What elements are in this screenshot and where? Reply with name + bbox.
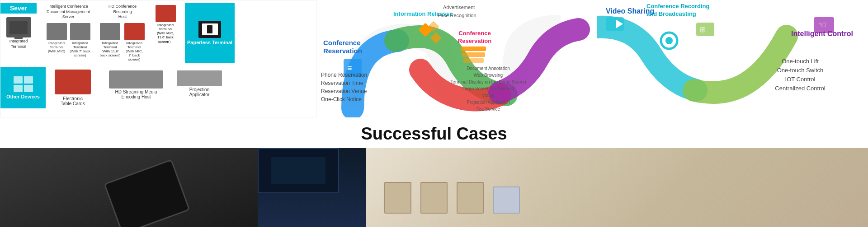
successful-cases-title: Successful Cases [0, 124, 868, 144]
svg-text:Advertisement: Advertisement [443, 5, 475, 10]
page-wrapper: Sever IntegratedTerminal Intelligent Con… [0, 0, 868, 227]
paperless-screen-icon [198, 21, 221, 38]
svg-text:Conference Recording: Conference Recording [646, 3, 709, 9]
device-icon-4 [24, 85, 33, 92]
terminal-mic7-icon [124, 23, 145, 40]
terminal-mic116-icon [156, 5, 176, 22]
terminal-mic7-label: IntegratedTerminal(With MIC,7' back scre… [123, 41, 146, 61]
diagram-svg: Conference Reservation ≡ Information Rel… [316, 0, 597, 117]
sever-badge: Sever [0, 3, 37, 14]
tv-screen [493, 186, 520, 214]
proj-icon [177, 70, 222, 86]
svg-text:Reservation Venue: Reservation Venue [321, 88, 367, 94]
paperless-label: Paperless Terminal [187, 40, 232, 45]
other-devices-icons [14, 76, 33, 92]
svg-text:IOT Control: IOT Control [785, 76, 816, 83]
terminal-mic116-label: IntegratedTerminal(With MIC,11.6' backsc… [157, 23, 174, 44]
terminal-7back-label: IntegratedTerminal(With 7' backscreen) [70, 41, 90, 57]
svg-text:Phone Reservation: Phone Reservation [321, 72, 367, 78]
left-block: Sever IntegratedTerminal Intelligent Con… [0, 0, 316, 117]
terminal-7back-icon [70, 23, 90, 40]
table-card-icon [55, 70, 91, 94]
svg-text:☜: ☜ [818, 20, 826, 30]
proj-label: ProjectionApplicator [189, 87, 209, 97]
integrated-terminal-icon [6, 17, 31, 37]
conference-room-bg [366, 148, 868, 227]
terminal-mic-label: IntegratedTerminal(With MIC) [48, 41, 65, 53]
svg-text:⊞: ⊞ [700, 26, 706, 33]
paperless-terminal: Paperless Terminal [185, 3, 235, 63]
table-cards-label: ElectronicTable Cards [61, 96, 85, 106]
svg-text:Reservation: Reservation [323, 47, 362, 55]
hd-recording-label: HD Conference RecordingHost [99, 4, 146, 20]
case-image-right [366, 148, 868, 227]
svg-text:One-touch Lift: One-touch Lift [782, 58, 819, 65]
svg-text:Web Browsing: Web Browsing [474, 73, 503, 78]
svg-text:≡: ≡ [347, 64, 352, 73]
svg-text:Face Recognition: Face Recognition [438, 13, 476, 18]
terminal-mic-icon [47, 23, 67, 40]
sever-column: Sever IntegratedTerminal [0, 3, 37, 63]
svg-text:Conference: Conference [323, 39, 361, 47]
case-image-left [0, 148, 258, 227]
encoding-icon [109, 70, 163, 89]
monitor-1 [384, 182, 411, 214]
device-icon-3 [14, 85, 23, 92]
successful-cases-section: Successful Cases [0, 117, 868, 148]
svg-text:Document Annotation: Document Annotation [467, 66, 510, 71]
svg-point-32 [665, 37, 673, 44]
right-svg: Video Sharing Conference Recording and B… [597, 0, 868, 117]
tablet-device [104, 159, 190, 227]
svg-text:and Broadcasting: and Broadcasting [646, 10, 696, 17]
svg-text:Tea Service: Tea Service [476, 107, 500, 112]
device-icon-2 [24, 76, 33, 84]
svg-text:Large Screen on Demand: Large Screen on Demand [462, 86, 514, 91]
svg-text:Reservation Time: Reservation Time [321, 80, 363, 86]
main-layout: Sever IntegratedTerminal Intelligent Con… [0, 0, 868, 117]
monitor-3 [457, 182, 484, 214]
encoding-label: HD Streaming MediaEncoding Host [115, 89, 157, 99]
device-icon-1 [14, 76, 23, 84]
screen-inner [271, 157, 326, 184]
terminal-11back-label: IntegratedTerminal(With 11.6'back screen… [100, 41, 121, 57]
case-image-mid [258, 148, 366, 227]
monitor-2 [420, 182, 448, 214]
svg-rect-12 [463, 58, 484, 63]
terminal-11back-icon [100, 23, 120, 40]
device-display [258, 148, 339, 193]
svg-text:Reservation: Reservation [458, 37, 491, 44]
cases-images-row [0, 148, 868, 227]
svg-rect-10 [461, 47, 486, 51]
devices-panel: Sever IntegratedTerminal Intelligent Con… [0, 0, 316, 111]
intel-conf-label: Intelligent ConferenceDocument Managemen… [47, 4, 90, 20]
svg-text:Terminal Display on the Same S: Terminal Display on the Same Screen [450, 79, 526, 84]
svg-text:One-touch Switch: One-touch Switch [777, 67, 824, 74]
other-devices-label: Other Devices [6, 94, 40, 99]
svg-text:Conference: Conference [458, 30, 491, 37]
diagram-area: Conference Reservation ≡ Information Rel… [316, 0, 597, 117]
svg-text:Voting: Voting [482, 93, 495, 98]
svg-text:Projection Application: Projection Application [467, 100, 510, 105]
integrated-terminal-label: IntegratedTerminal [9, 39, 28, 49]
svg-rect-11 [462, 52, 485, 57]
svg-text:One-Click Notice: One-Click Notice [321, 96, 362, 103]
other-devices-cell: Other Devices [0, 67, 46, 108]
right-area: Video Sharing Conference Recording and B… [597, 0, 868, 117]
svg-text:Centralized Control: Centralized Control [775, 85, 825, 92]
